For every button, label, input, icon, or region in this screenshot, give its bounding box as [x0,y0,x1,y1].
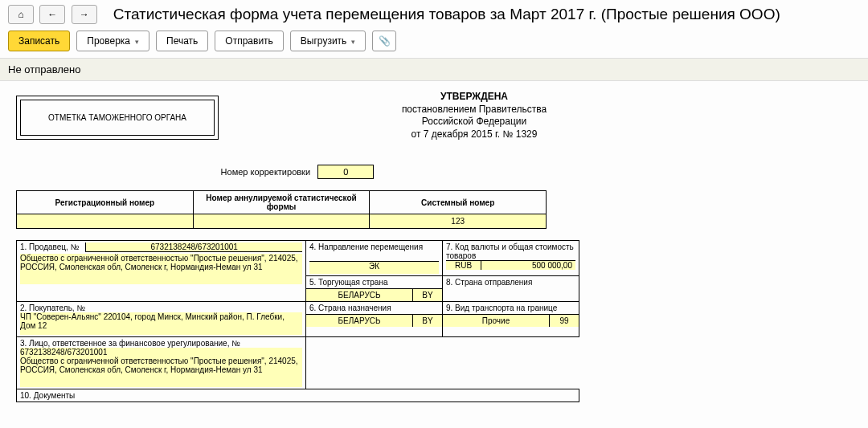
seller-text[interactable]: Общество с ограниченной ответственностью… [20,254,302,284]
reg-number-value[interactable] [17,214,194,229]
print-button[interactable]: Печать [156,31,208,51]
paperclip-icon: 📎 [379,35,391,47]
buyer-label: 2. Покупатель, № [20,304,302,312]
currency-code[interactable]: RUB [446,261,481,270]
buyer-text[interactable]: ЧП "Соверен-Альянс" 220104, город Минск,… [20,312,302,335]
trade-country-name[interactable]: БЕЛАРУСЬ [306,288,413,301]
dest-country-name[interactable]: БЕЛАРУСЬ [306,314,413,327]
trade-country-label: 5. Торгующая страна [306,276,442,288]
seller-number[interactable]: 6732138248/673201001 [85,243,302,252]
currency-amount[interactable]: 500 000,00 [481,261,575,270]
correction-value[interactable]: 0 [317,165,374,179]
approval-line: Российской Федерации [378,116,571,128]
home-button[interactable]: ⌂ [8,5,34,24]
system-number-label: Системный номер [370,191,547,214]
status-bar: Не отправлено [0,58,868,81]
arrow-right-icon: → [80,9,89,20]
finresp-number[interactable]: 6732138248/673201001 [20,348,302,357]
system-number-value[interactable]: 123 [370,214,547,229]
dest-country-label: 6. Страна назначения [306,302,442,314]
trade-country-code[interactable]: BY [413,288,442,301]
record-button[interactable]: Записать [8,31,70,51]
export-button[interactable]: Выгрузить [290,31,366,51]
send-button[interactable]: Отправить [215,31,284,51]
attach-button[interactable]: 📎 [372,31,396,51]
direction-value[interactable]: ЭК [309,261,439,274]
finresp-text[interactable]: Общество с ограниченной ответственностью… [20,357,302,387]
approval-block: УТВЕРЖДЕНА постановлением Правительства … [378,91,571,141]
main-form-table: 1. Продавец, № 6732138248/673201001 Обще… [16,240,579,402]
correction-label: Номер корректировки [221,167,310,177]
currency-label: 7. Код валюты и общая стоимость товаров [446,243,575,260]
home-icon: ⌂ [18,9,23,20]
documents-label: 10. Документы [20,391,575,400]
seller-label: 1. Продавец, № [20,243,79,252]
transport-name[interactable]: Прочие [443,314,550,327]
transport-code[interactable]: 99 [550,314,579,327]
approval-line: от 7 декабря 2015 г. № 1329 [378,128,571,141]
customs-stamp-box: ОТМЕТКА ТАМОЖЕННОГО ОРГАНА [16,96,219,140]
forward-button[interactable]: → [72,5,97,24]
annul-number-label: Номер аннулируемой статистической формы [193,191,370,214]
approval-line: постановлением Правительства [378,104,571,116]
header-numbers-table: Регистрационный номер Номер аннулируемой… [16,190,547,229]
check-button[interactable]: Проверка [76,31,149,51]
reg-number-label: Регистрационный номер [17,191,194,214]
back-button[interactable]: ← [39,5,65,24]
arrow-left-icon: ← [47,9,57,20]
origin-country-label: 8. Страна отправления [446,278,575,287]
approval-head: УТВЕРЖДЕНА [378,91,571,104]
page-title: Статистическая форма учета перемещения т… [113,6,780,23]
direction-label: 4. Направление перемещения [309,243,439,251]
finresp-label: 3. Лицо, ответственное за финансовое уре… [20,339,302,348]
annul-number-value[interactable] [193,214,370,229]
customs-stamp-text: ОТМЕТКА ТАМОЖЕННОГО ОРГАНА [48,113,186,122]
dest-country-code[interactable]: BY [413,314,442,327]
transport-label: 9. Вид транспорта на границе [443,302,579,314]
